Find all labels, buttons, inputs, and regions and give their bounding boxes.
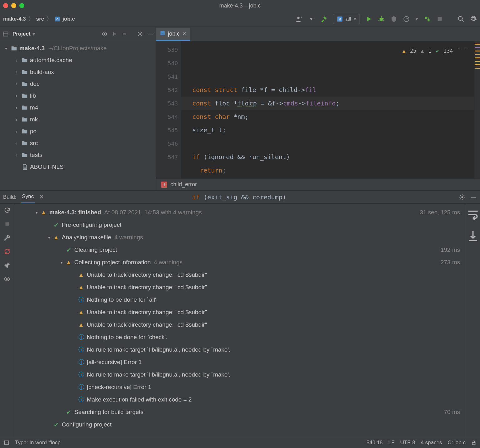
folder-icon [21, 152, 28, 158]
build-step[interactable]: ▾▲Analysing makefile4 warnings [14, 231, 466, 244]
coverage-icon[interactable] [390, 16, 397, 22]
build-step[interactable]: ⓘNothing to be done for `all'. [14, 294, 466, 306]
project-view-icon[interactable] [2, 31, 9, 37]
build-root[interactable]: ▾ ▲ make-4.3: finished At 08.07.2021, 14… [14, 206, 466, 219]
build-step[interactable]: ▲Unable to track directory change: "cd $… [14, 281, 466, 294]
build-step[interactable]: ⓘMake execution failed with exit code = … [14, 393, 466, 406]
tree-folder[interactable]: › m4 [0, 102, 156, 114]
caret-position[interactable]: 540:18 [366, 440, 383, 446]
chevron-right-icon[interactable]: › [14, 81, 19, 86]
chevron-down-icon[interactable]: ▾ [415, 16, 418, 22]
chevron-up-icon[interactable]: ˆ [458, 44, 461, 58]
close-icon[interactable]: ✕ [39, 194, 44, 200]
chevron-right-icon[interactable]: › [14, 129, 19, 134]
scroll-to-end-icon[interactable] [466, 228, 480, 244]
close-icon[interactable]: ✕ [182, 31, 186, 37]
build-tab-sync[interactable]: Sync [21, 191, 35, 203]
locate-icon[interactable] [101, 31, 108, 37]
profiler-icon[interactable] [403, 16, 410, 22]
file-encoding[interactable]: UTF-8 [400, 440, 415, 446]
tree-root[interactable]: ▾ make-4.3 ~/CLionProjects/make [0, 42, 156, 54]
build-output-tree[interactable]: ▾ ▲ make-4.3: finished At 08.07.2021, 14… [14, 204, 466, 437]
gear-icon[interactable] [470, 16, 477, 22]
build-step[interactable]: ✔Cleaning project192 ms [14, 244, 466, 256]
tree-folder[interactable]: › mk [0, 114, 156, 125]
chevron-right-icon[interactable]: › [14, 93, 19, 98]
project-view-selector[interactable]: Project ▾ [12, 31, 35, 37]
build-project: make-4.3: [49, 209, 77, 216]
build-step[interactable]: ▲Unable to track directory change: "cd $… [14, 269, 466, 281]
chevron-down-icon[interactable]: ˇ [465, 44, 468, 58]
error-stripe[interactable] [474, 41, 480, 178]
svg-point-15 [140, 33, 141, 35]
build-step[interactable]: ⓘ[check-recursive] Error 1 [14, 381, 466, 393]
breadcrumb-folder[interactable]: src [36, 16, 44, 22]
main-toolbar: make-4.3 〉 src 〉 c job.c + ▾ M all ▾ ▾ [0, 11, 480, 27]
project-tree[interactable]: ▾ make-4.3 ~/CLionProjects/make › autom4… [0, 41, 156, 190]
nav-breadcrumb[interactable]: make-4.3 〉 src 〉 c job.c [3, 15, 75, 22]
breadcrumb-project[interactable]: make-4.3 [3, 16, 26, 22]
tree-folder[interactable]: › src [0, 137, 156, 149]
run-config-selector[interactable]: M all ▾ [333, 14, 360, 24]
chevron-right-icon[interactable]: › [14, 153, 19, 158]
line-separator[interactable]: LF [388, 440, 394, 446]
attach-icon[interactable] [424, 16, 431, 22]
chevron-right-icon[interactable]: › [14, 141, 19, 146]
build-step[interactable]: ✔Configuring project [14, 418, 466, 431]
gutter[interactable]: 539540541542543544545546547 [156, 41, 181, 178]
chevron-right-icon[interactable]: › [14, 70, 19, 75]
chevron-down-icon[interactable]: ▾ [3, 46, 9, 51]
tool-windows-icon[interactable] [4, 439, 9, 446]
expand-all-icon[interactable] [111, 31, 118, 37]
tree-folder[interactable]: › build-aux [0, 66, 156, 78]
soft-wrap-icon[interactable] [466, 207, 480, 222]
stop-icon[interactable] [4, 221, 11, 227]
collapse-all-icon[interactable] [121, 31, 128, 37]
build-step[interactable]: ⓘNothing to be done for `check'. [14, 331, 466, 343]
gear-icon[interactable] [137, 31, 143, 37]
indent-info[interactable]: 4 spaces [421, 440, 442, 446]
build-step[interactable]: ⓘ[all-recursive] Error 1 [14, 356, 466, 368]
stop-icon[interactable] [436, 16, 443, 22]
window-title: make-4.3 – job.c [0, 2, 480, 9]
wrench-icon[interactable] [4, 234, 11, 241]
build-step-text: No rule to make target `lib/libgnu.a', n… [87, 371, 230, 378]
tree-folder[interactable]: › po [0, 125, 156, 137]
bug-icon[interactable] [378, 16, 385, 22]
build-step[interactable]: ▲Unable to track directory change: "cd $… [14, 306, 466, 319]
hammer-icon[interactable] [321, 16, 327, 22]
tree-file[interactable]: ABOUT-NLS [0, 161, 156, 173]
build-tool-window: Build: Sync ✕ — ▾ ▲ make-4.3: finished A… [0, 190, 480, 437]
inspection-widget[interactable]: ▲25 ▲1 ✔134 ˆ ˇ [400, 44, 470, 58]
chevron-down-icon[interactable]: ▾ [308, 16, 315, 22]
tree-folder[interactable]: › autom4te.cache [0, 54, 156, 66]
chevron-down-icon[interactable]: ▾ [58, 260, 65, 265]
chevron-right-icon[interactable]: › [14, 105, 19, 110]
build-step[interactable]: ✔Pre-configuring project [14, 219, 466, 231]
editor-tab[interactable]: c job.c ✕ [156, 28, 190, 41]
lock-icon[interactable] [471, 439, 476, 446]
user-icon[interactable]: + [296, 16, 302, 22]
eye-icon[interactable] [4, 275, 11, 282]
tree-folder[interactable]: › doc [0, 78, 156, 90]
chevron-down-icon[interactable]: ▾ [33, 210, 40, 215]
search-icon[interactable] [458, 16, 464, 22]
hide-icon[interactable]: — [147, 31, 153, 37]
breadcrumb-file[interactable]: job.c [62, 16, 75, 22]
chevron-down-icon[interactable]: ▾ [46, 235, 52, 240]
build-step[interactable]: ▾▲Collecting project information4 warnin… [14, 256, 466, 269]
tree-folder[interactable]: › tests [0, 149, 156, 161]
code-area[interactable]: ▲25 ▲1 ✔134 ˆ ˇ const struct file *f = c… [181, 41, 474, 178]
chevron-right-icon[interactable]: › [14, 117, 19, 122]
chevron-right-icon[interactable]: › [14, 58, 19, 63]
build-step[interactable]: ⓘNo rule to make target `lib/libgnu.a', … [14, 343, 466, 356]
file-context[interactable]: C: job.c [448, 440, 466, 446]
tree-folder[interactable]: › lib [0, 90, 156, 102]
reload-icon[interactable] [4, 248, 11, 255]
build-step[interactable]: ▲Unable to track directory change: "cd $… [14, 319, 466, 331]
build-step[interactable]: ✔Searching for build targets70 ms [14, 406, 466, 418]
play-icon[interactable] [365, 16, 372, 22]
pin-icon[interactable] [4, 262, 11, 269]
refresh-icon[interactable] [4, 207, 11, 214]
build-step[interactable]: ⓘNo rule to make target `lib/libgnu.a', … [14, 368, 466, 381]
